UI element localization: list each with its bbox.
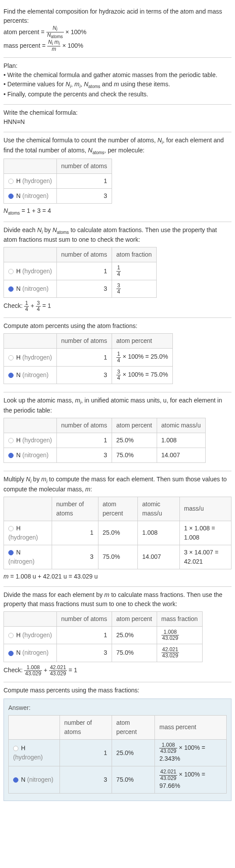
frac-bot: 4 <box>24 307 29 312</box>
plan-item-text: Determine values for Ni, mi, Natoms and … <box>7 81 170 88</box>
natoms-cell: 3 <box>56 448 112 463</box>
natoms-cell: 3 <box>60 766 112 793</box>
frac-top: 3 <box>116 369 121 375</box>
col-natoms: number of atoms <box>56 247 112 262</box>
frac-top: 3 <box>36 300 41 307</box>
col-atompct: atom percent <box>112 334 172 349</box>
times-100: × 100% <box>62 42 83 49</box>
atomicmass-cell: 14.007 <box>138 545 180 569</box>
col-element <box>4 334 57 349</box>
col-atompct: atom percent <box>112 611 157 626</box>
plan-item: • Write the chemical formula and gather … <box>4 71 231 80</box>
natoms-cell: 1 <box>56 173 112 188</box>
element-symbol: H <box>16 354 21 361</box>
mass-calc-cell: 1 × 1.008 = 1.008 <box>179 521 231 545</box>
element-cell: H (hydrogen) <box>9 739 60 766</box>
element-cell: N (nitrogen) <box>4 188 57 203</box>
col-massfrac: mass fraction <box>157 611 202 626</box>
col-atomicmass: atomic mass/u <box>157 418 205 433</box>
table-header-row: number of atoms <box>4 159 112 173</box>
natoms-cell: 3 <box>56 366 112 384</box>
element-dot-icon <box>8 633 14 638</box>
table-row: N (nitrogen) 3 75.0% 42.02143.029 × 100%… <box>9 766 227 793</box>
table-header-row: number of atoms atom percent mass fracti… <box>4 611 203 626</box>
col-element <box>4 611 57 626</box>
col-natoms: number of atoms <box>52 497 98 521</box>
table-row: H (hydrogen) 1 14 × 100% = 25.0% <box>4 349 173 366</box>
table-header-row: number of atoms atom percent mass percen… <box>9 715 227 739</box>
element-dot-icon <box>8 286 14 292</box>
massfrac-table: number of atoms atom percent mass fracti… <box>4 611 203 662</box>
frac-cell: 14 <box>112 262 156 280</box>
check-label: Check: <box>4 667 24 674</box>
formula-section: Write the chemical formula: HNN≡N <box>4 105 231 132</box>
col-masspct: mass percent <box>155 715 227 739</box>
table-header-row: number of atoms atom fraction <box>4 247 157 262</box>
check-eq: = 1 <box>42 302 51 309</box>
atomfrac-check: Check: 14 + 34 = 1 <box>4 300 231 312</box>
element-cell: H (hydrogen) <box>4 349 57 366</box>
natoms-cell: 1 <box>56 262 112 280</box>
element-name: (hydrogen) <box>22 632 52 639</box>
col-atomfrac: atom fraction <box>112 247 156 262</box>
element-cell: N (nitrogen) <box>9 766 60 793</box>
element-cell: H (hydrogen) <box>4 173 57 188</box>
plan-item-text: Write the chemical formula and gather at… <box>7 71 217 78</box>
pct-cell: 25.0% <box>112 739 154 766</box>
element-dot-icon <box>8 438 14 443</box>
atom-percent-label: atom percent = <box>4 28 46 35</box>
times-100: × 100% <box>65 28 86 35</box>
col-element <box>4 497 52 521</box>
pct-cell: 75.0% <box>112 644 157 662</box>
col-natoms: number of atoms <box>56 418 112 433</box>
pct-rest: × 100% = 25.0% <box>121 353 168 360</box>
element-cell: H (hydrogen) <box>4 262 57 280</box>
plan-item: • Determine values for Ni, mi, Natoms an… <box>4 80 231 90</box>
atompct-table: number of atoms atom percent H (hydrogen… <box>4 333 173 384</box>
element-symbol: H <box>16 525 21 532</box>
col-natoms: number of atoms <box>60 715 112 739</box>
natoms-cell: 3 <box>56 188 112 203</box>
atom-percent-frac: Ni Natoms <box>46 25 64 39</box>
pct-cell: 75.0% <box>112 766 154 793</box>
mass-percent-label: mass percent = <box>4 42 47 49</box>
pct-cell: 25.0% <box>98 521 138 545</box>
masspct-section: Compute mass percents using the mass fra… <box>4 682 231 806</box>
element-name: (nitrogen) <box>22 452 49 459</box>
table-header-row: number of atoms atom percent atomic mass… <box>4 497 231 521</box>
plan-title: Plan: <box>4 61 231 71</box>
pct-rest: × 100% = 75.0% <box>121 371 168 378</box>
pct-cell: 75.0% <box>98 545 138 569</box>
col-element <box>9 715 60 739</box>
col-atomicmass: atomic mass/u <box>138 497 180 521</box>
atompct-title: Compute atom percents using the atom fra… <box>4 321 231 331</box>
element-name: (hydrogen) <box>22 354 52 361</box>
molmass-section: Multiply Ni by mi to compute the mass fo… <box>4 471 231 587</box>
frac-top: 42.021 <box>161 647 179 653</box>
frac-top: 1.008 <box>159 742 177 748</box>
element-symbol: H <box>16 177 21 184</box>
massfrac-check: Check: 1.00843.029 + 42.02143.029 = 1 <box>4 665 231 677</box>
element-cell: N (nitrogen) <box>4 280 57 297</box>
col-element <box>4 247 57 262</box>
table-row: N (nitrogen) 3 34 <box>4 280 157 297</box>
table-header-row: number of atoms atom percent <box>4 334 173 349</box>
table-row: H (hydrogen) 1 25.0% 1.00843.029 <box>4 626 203 644</box>
mass-calc-cell: 3 × 14.007 = 42.021 <box>179 545 231 569</box>
element-symbol: N <box>16 549 21 556</box>
frac-top: 1.008 <box>24 665 42 671</box>
element-name: (nitrogen) <box>22 285 49 292</box>
table-row: H (hydrogen) 1 <box>4 173 112 188</box>
element-cell: N (nitrogen) <box>4 545 52 569</box>
frac-bot: 4 <box>116 375 121 381</box>
element-dot-icon <box>8 373 14 378</box>
col-natoms: number of atoms <box>56 611 112 626</box>
frac-cell: 1.00843.029 <box>157 626 202 644</box>
element-symbol: H <box>16 437 21 444</box>
natoms-cell: 3 <box>56 280 112 297</box>
element-dot-icon <box>13 746 18 751</box>
frac-top: 1 <box>24 300 29 307</box>
frac-bot: 4 <box>116 358 121 363</box>
frac-top: 3 <box>116 283 121 289</box>
natoms-cell: 1 <box>56 433 112 448</box>
